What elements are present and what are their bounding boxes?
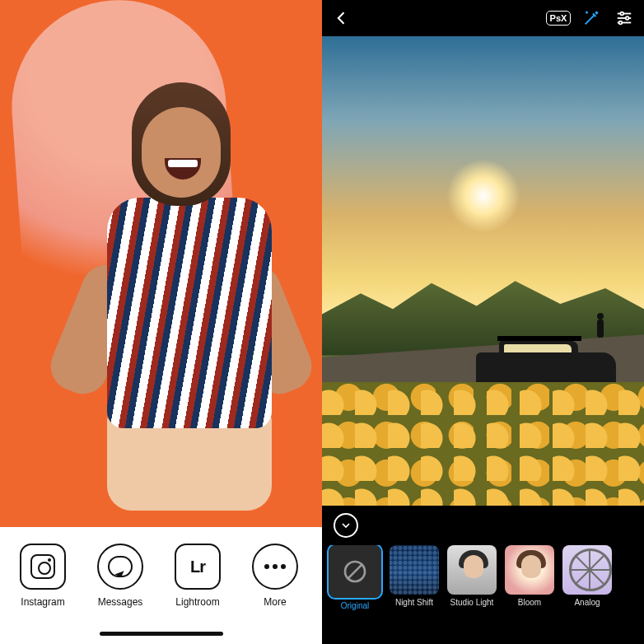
photo-canvas[interactable] [322, 36, 644, 506]
collapse-filters-button[interactable] [334, 513, 358, 538]
share-destinations-bar: Instagram Messages Lr Lightroom More [0, 527, 322, 644]
share-item-more[interactable]: More [244, 544, 306, 608]
filter-category-row [322, 506, 644, 545]
psx-badge[interactable]: PsX [547, 7, 570, 30]
share-label: More [264, 596, 286, 608]
scene-foreground-foliage [322, 382, 644, 506]
scene-sun [446, 159, 520, 233]
subject-striped-top [107, 198, 272, 428]
filter-item-original[interactable]: Original [329, 545, 381, 610]
svg-point-1 [620, 12, 623, 16]
filter-thumb [329, 545, 381, 598]
thumb-face [464, 555, 483, 578]
thumb-face [521, 555, 541, 578]
subject-foreground [74, 82, 288, 511]
no-filter-icon [329, 545, 381, 598]
edited-photo-preview [0, 0, 322, 527]
lightroom-icon: Lr [175, 544, 221, 590]
share-item-lightroom[interactable]: Lr Lightroom [166, 544, 229, 608]
left-app-pane: Instagram Messages Lr Lightroom More [0, 0, 322, 644]
svg-point-3 [626, 16, 629, 20]
filter-label: Studio Light [450, 598, 494, 607]
adjustments-icon[interactable] [613, 7, 636, 30]
instagram-icon [20, 544, 66, 590]
share-label: Messages [98, 596, 143, 608]
auto-fix-icon[interactable] [580, 7, 603, 30]
more-icon [252, 544, 298, 590]
share-label: Instagram [21, 596, 64, 608]
filter-thumb [562, 545, 612, 595]
subject-face [142, 107, 221, 198]
svg-point-5 [619, 21, 623, 25]
subject-teeth [168, 160, 198, 167]
editor-header: PsX [322, 0, 644, 36]
filter-label: Night Shift [395, 598, 433, 607]
back-button[interactable] [330, 7, 353, 30]
filter-thumbnail-strip[interactable]: Original Night Shift Studio Light Bloom [322, 545, 644, 644]
filter-item-night-shift[interactable]: Night Shift [390, 545, 439, 607]
home-indicator[interactable] [100, 632, 223, 636]
filter-item-bloom[interactable]: Bloom [505, 545, 554, 607]
share-label: Lightroom [175, 596, 219, 608]
share-item-messages[interactable]: Messages [89, 544, 152, 608]
filter-item-studio-light[interactable]: Studio Light [447, 545, 497, 607]
filter-item-analog[interactable]: Analog [562, 545, 612, 607]
filter-label: Original [341, 601, 369, 610]
share-item-instagram[interactable]: Instagram [12, 544, 74, 608]
messages-icon [97, 544, 143, 590]
scene-person-on-roof [595, 313, 606, 344]
right-app-pane: PsX [322, 0, 644, 644]
dual-screenshot-stage: Instagram Messages Lr Lightroom More [0, 0, 644, 644]
svg-line-7 [348, 564, 363, 580]
filter-thumb [447, 545, 497, 595]
filter-thumb [390, 545, 439, 595]
filter-thumb [505, 545, 554, 595]
filter-label: Bloom [518, 598, 541, 607]
filter-label: Analog [574, 598, 600, 607]
